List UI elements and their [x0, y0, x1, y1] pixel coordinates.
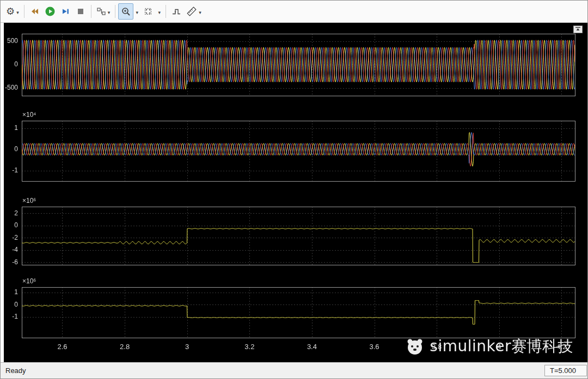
step-back-icon	[30, 7, 40, 16]
configuration-properties-button[interactable]	[4, 3, 21, 20]
cursor-measurements-button[interactable]	[184, 3, 204, 20]
arrow-up-icon	[575, 27, 581, 32]
step-back-button[interactable]	[27, 3, 42, 20]
stop-button[interactable]	[73, 3, 88, 20]
gear-icon	[6, 7, 15, 16]
chevron-down-icon	[158, 8, 161, 16]
expand-panel-button[interactable]	[573, 26, 583, 33]
toolbar-separator	[91, 5, 91, 18]
triggers-button[interactable]	[169, 3, 184, 20]
chevron-down-icon	[108, 8, 111, 16]
fit-to-view-options-button[interactable]	[156, 3, 163, 20]
simulation-time: T=5.000	[544, 365, 587, 376]
status-bar: Ready T=5.000	[1, 362, 587, 378]
scope-display-area: simulinker赛博科技	[1, 23, 587, 362]
simulation-settings-icon	[96, 7, 106, 16]
status-text: Ready	[5, 366, 26, 375]
fit-to-view-button[interactable]	[140, 3, 156, 20]
step-forward-button[interactable]	[58, 3, 73, 20]
run-icon	[45, 6, 56, 17]
scope-plot-canvas[interactable]	[4, 23, 587, 362]
stop-icon	[76, 7, 85, 16]
run-button[interactable]	[42, 3, 58, 20]
zoom-icon	[121, 7, 131, 16]
chevron-down-icon	[199, 8, 201, 16]
toolbar-separator	[24, 5, 24, 18]
zoom-options-button[interactable]	[133, 3, 140, 20]
toolbar	[1, 1, 587, 23]
toolbar-separator	[166, 5, 166, 18]
cursor-measurements-icon	[186, 6, 197, 17]
chevron-down-icon	[16, 8, 19, 16]
fit-to-view-icon	[143, 7, 153, 16]
chevron-down-icon	[136, 8, 138, 16]
simulation-settings-button[interactable]	[94, 3, 113, 20]
zoom-button[interactable]	[118, 3, 133, 20]
scope-window: simulinker赛博科技 Ready T=5.000	[0, 0, 588, 379]
triggers-icon	[171, 7, 181, 16]
toolbar-separator	[115, 5, 115, 18]
step-forward-icon	[60, 7, 70, 16]
